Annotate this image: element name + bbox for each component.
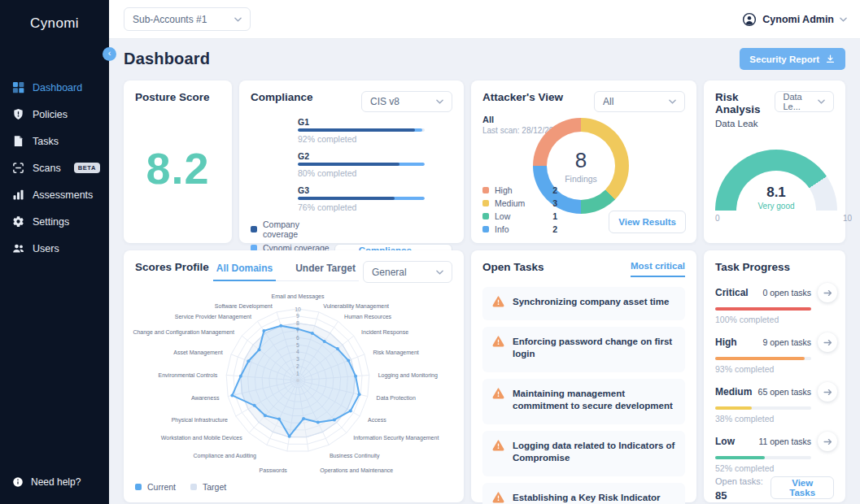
sidebar-item-label: Assessments	[33, 189, 93, 201]
severity-arrow-button[interactable]	[818, 432, 837, 451]
user-menu[interactable]: Cynomi Admin	[742, 12, 847, 27]
shield-icon	[11, 108, 24, 120]
legend-label: Info	[495, 224, 509, 234]
sidebar-item-settings[interactable]: Settings	[0, 208, 109, 235]
radar-axis-label: Environmental Controls	[159, 372, 218, 378]
legend-label: Company coverage	[263, 219, 334, 239]
sidebar-item-label: Dashboard	[33, 82, 82, 93]
radar-axis-label: Human Resources	[344, 314, 391, 319]
radar-axis-label: Physical Infrastructure	[172, 417, 228, 424]
task-progress-row: Critical0 open tasks100% completed	[715, 283, 834, 324]
attackers-filter-select[interactable]: All	[594, 91, 685, 112]
sub-account-select[interactable]: Sub-Accounts #1	[124, 7, 251, 31]
sidebar-item-scans[interactable]: ScansBETA	[0, 154, 109, 181]
sidebar-item-label: Users	[33, 243, 59, 254]
task-item[interactable]: Logging data related to Indicators of Co…	[482, 431, 685, 476]
view-results-button[interactable]: View Results	[609, 211, 686, 233]
severity-arrow-button[interactable]	[818, 332, 837, 352]
task-progress-row: Medium65 open tasks38% completed	[715, 382, 834, 424]
main-content: Dashboard Security Report Posture Score …	[109, 39, 860, 504]
view-results-label: View Results	[618, 217, 676, 227]
task-item[interactable]: Establishing a Key Risk Indicator plan	[482, 483, 685, 504]
posture-score-card: Posture Score 8.2	[124, 80, 232, 243]
svg-text:8: 8	[296, 320, 299, 326]
task-item[interactable]: Synchronizing company asset time	[482, 287, 685, 320]
radar-axis-label: Access	[368, 417, 386, 423]
tab-most-critical[interactable]: Most critical	[631, 261, 685, 277]
open-tasks-count: 0 open tasks	[762, 288, 811, 298]
risk-type-select[interactable]: Data Le...	[775, 91, 835, 112]
compliance-group-caption: 80% completed	[298, 168, 425, 178]
compliance-bar	[298, 128, 425, 132]
task-title: Enforcing password change on first login	[513, 335, 675, 361]
severity-label: Medium	[715, 386, 752, 398]
risk-analysis-card: Risk Analysis Data Le... Data Leak 8.1 V…	[704, 80, 845, 243]
warning-icon	[492, 439, 504, 451]
svg-text:2: 2	[296, 363, 299, 369]
open-tasks-list: Synchronizing company asset timeEnforcin…	[482, 287, 685, 504]
scores-category-select[interactable]: General	[363, 261, 452, 283]
compliance-title: Compliance	[251, 91, 313, 103]
progress-track	[715, 357, 811, 360]
open-tasks-title: Open Tasks	[482, 261, 544, 273]
need-help-button[interactable]: Need help?	[0, 476, 109, 488]
document-icon	[11, 135, 24, 147]
sub-account-value: Sub-Accounts #1	[133, 14, 207, 25]
user-name: Cynomi Admin	[762, 14, 834, 25]
company-coverage-bar	[298, 197, 395, 200]
sidebar-nav: DashboardPoliciesTasksScansBETAAssessmen…	[0, 74, 109, 262]
company-coverage-bar	[298, 163, 399, 166]
task-progress-rows: Critical0 open tasks100% completedHigh9 …	[715, 283, 834, 473]
task-item[interactable]: Enforcing password change on first login	[482, 327, 685, 372]
findings-count: 8	[575, 148, 587, 173]
svg-text:9: 9	[296, 313, 299, 319]
radar-axis-label: Awareness	[191, 395, 220, 401]
legend-swatch	[482, 187, 489, 193]
risk-type-value: Data Le...	[784, 92, 819, 111]
gear-icon	[11, 215, 24, 228]
radar-axis-label: Email and Messages	[272, 293, 325, 300]
task-title: Establishing a Key Risk Indicator plan	[513, 491, 675, 504]
attackers-filter-value: All	[603, 96, 613, 107]
compliance-group-label: G3	[298, 185, 425, 195]
tab-under-target[interactable]: Under Target	[292, 263, 359, 281]
svg-text:10: 10	[295, 306, 301, 312]
compliance-group-label: G1	[298, 117, 425, 127]
compliance-group: G280% completed	[298, 151, 425, 178]
sidebar-item-users[interactable]: Users	[0, 235, 109, 262]
open-tasks-count: 11 open tasks	[758, 437, 811, 446]
sidebar-item-policies[interactable]: Policies	[0, 101, 109, 128]
compliance-group: G192% completed	[298, 117, 425, 144]
sidebar-item-tasks[interactable]: Tasks	[0, 128, 109, 154]
compliance-card: Compliance CIS v8 G192% completedG280% c…	[239, 80, 464, 243]
compliance-framework-select[interactable]: CIS v8	[361, 91, 452, 112]
sidebar-item-label: Scans	[33, 163, 61, 174]
radar-axis-label: Business Continuity	[330, 453, 380, 459]
sidebar-item-dashboard[interactable]: Dashboard	[0, 74, 109, 101]
severity-arrow-button[interactable]	[818, 382, 837, 402]
sidebar-item-label: Tasks	[33, 136, 59, 147]
chevron-down-icon	[669, 99, 676, 104]
posture-score-value: 8.2	[146, 143, 209, 193]
severity-arrow-button[interactable]	[818, 283, 837, 302]
sidebar-collapse-button[interactable]: ‹	[103, 47, 116, 61]
posture-score-title: Posture Score	[135, 91, 220, 103]
task-progress-row-header: Low11 open tasks	[715, 432, 834, 451]
need-help-label: Need help?	[31, 476, 81, 488]
progress-track	[715, 456, 811, 459]
progress-caption: 52% completed	[715, 463, 811, 473]
radar-svg: 12345678910Email and MessagesVulnerabili…	[135, 285, 451, 481]
findings-caption: Findings	[565, 174, 597, 184]
task-item[interactable]: Maintaining management commitment to sec…	[482, 379, 685, 424]
view-tasks-button[interactable]: View Tasks	[771, 476, 834, 499]
tab-all-domains[interactable]: All Domains	[213, 263, 276, 281]
legend-label: High	[495, 185, 513, 195]
compliance-bars: G192% completedG280% completedG376% comp…	[298, 117, 425, 219]
legend-swatch	[135, 484, 142, 490]
sidebar-item-assessments[interactable]: Assessments	[0, 181, 109, 208]
task-progress-title: Task Progress	[715, 261, 834, 273]
security-report-button[interactable]: Security Report	[740, 48, 845, 70]
attackers-view-card: Attacker's View All All Last scan: 28/12…	[471, 80, 696, 243]
progress-zone: 38% completed	[715, 406, 811, 424]
compliance-group-label: G2	[298, 151, 425, 161]
